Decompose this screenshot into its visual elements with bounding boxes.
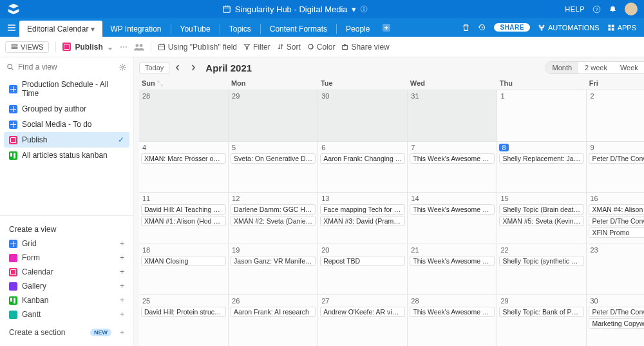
create-view-row[interactable]: Gallery+ <box>6 279 127 293</box>
calendar-event[interactable]: XMAN #4: Alison (Sand… <box>589 204 644 215</box>
calendar-cell[interactable]: 2 <box>587 90 644 141</box>
calendar-cell[interactable]: 27Andrew O'Keefe: AR vid… <box>318 295 408 346</box>
calendar-cell[interactable]: 29Shelly Topic: Bank of Ph… <box>497 295 587 346</box>
search-input[interactable] <box>18 62 115 72</box>
calendar-event[interactable]: Jason Ganz: VR Manife… <box>231 256 316 266</box>
sidebar-view-item[interactable]: Production Schedule - All Time <box>4 77 129 101</box>
apps-button[interactable]: APPS <box>607 24 636 32</box>
gear-icon[interactable] <box>118 63 127 72</box>
expand-icon[interactable] <box>157 81 163 86</box>
sort-button[interactable]: Sort <box>277 43 301 52</box>
plus-icon[interactable]: + <box>120 239 124 248</box>
create-view-row[interactable]: Gantt+ <box>6 307 127 322</box>
calendar-event[interactable]: Darlene Damm: GGC He… <box>231 204 316 215</box>
calendar-cell[interactable]: 8Shelly Replacement: Ja… <box>497 142 587 193</box>
calendar-event[interactable]: Peter D/The Conversati… <box>589 307 644 317</box>
calendar-cell[interactable]: 4XMAN: Marc Prosser on… <box>139 142 229 193</box>
calendar-event[interactable]: Shelly Topic (synthetic … <box>499 256 584 266</box>
sidebar-view-item[interactable]: Grouped by author <box>4 101 129 117</box>
range-option[interactable]: Week <box>614 62 644 73</box>
calendar-cell[interactable]: 16XMAN #4: Alison (Sand…Peter D/The Conv… <box>587 193 644 244</box>
calendar-cell[interactable]: 28 <box>139 90 229 141</box>
table-tab[interactable]: Editorial Calendar▾ <box>19 21 102 37</box>
help-icon[interactable]: ? <box>592 5 601 14</box>
share-view-button[interactable]: Share view <box>341 43 389 52</box>
calendar-cell[interactable]: 26Aaron Frank: AI research <box>229 295 318 346</box>
calendar-cell[interactable]: 13Face mapping Tech for …XMAN #3: David … <box>318 193 408 244</box>
calendar-cell[interactable]: 12Darlene Damm: GGC He…XMAN #2: Sveta (D… <box>229 193 318 244</box>
calendar-cell[interactable]: 19Jason Ganz: VR Manife… <box>229 244 318 295</box>
calendar-cell[interactable]: 18XMAN Closing <box>139 244 229 295</box>
calendar-cell[interactable]: 22Shelly Topic (synthetic … <box>497 244 587 295</box>
automations-button[interactable]: AUTOMATIONS <box>538 24 600 32</box>
calendar-cell[interactable]: 20Repost TBD <box>318 244 408 295</box>
add-table-button[interactable] <box>377 24 395 32</box>
users-icon[interactable] <box>134 43 144 51</box>
calendar-cell[interactable]: 29 <box>229 90 318 141</box>
calendar-event[interactable]: This Week's Awesome … <box>410 204 495 215</box>
sidebar-view-item[interactable]: Publish✓ <box>4 132 129 148</box>
create-view-row[interactable]: Kanban+ <box>6 293 127 307</box>
calendar-cell[interactable]: 15Shelly Topic (Brain deat…XMAN #5: Svet… <box>497 193 587 244</box>
share-button[interactable]: SHARE <box>494 23 530 32</box>
calendar-cell[interactable]: 11David Hill: AI Teaching …XMAN #1: Alis… <box>139 193 229 244</box>
plus-icon[interactable]: + <box>120 310 124 319</box>
create-section-label[interactable]: Create a section <box>9 328 65 337</box>
calendar-event[interactable]: XMAN #2: Sveta (Daniel… <box>231 216 316 226</box>
calendar-event[interactable]: XMAN #3: David (Pram… <box>320 216 405 226</box>
more-icon[interactable]: ⋯ <box>120 43 128 52</box>
plus-icon[interactable]: + <box>120 296 124 305</box>
calendar-event[interactable]: XMAN #1: Alison (Hod L… <box>141 216 226 226</box>
next-month-button[interactable] <box>190 64 200 71</box>
calendar-event[interactable]: Marketing Copywriter: … <box>589 318 644 329</box>
calendar-event[interactable]: XMAN #5: Sveta (Kevin … <box>499 216 584 226</box>
bell-icon[interactable] <box>609 5 617 14</box>
info-icon[interactable] <box>360 5 368 13</box>
create-view-row[interactable]: Grid+ <box>6 236 127 251</box>
calendar-event[interactable]: David Hill: AI Teaching … <box>141 204 226 215</box>
calendar-event[interactable]: Shelly Topic: Bank of Ph… <box>499 307 584 317</box>
menu-icon[interactable] <box>4 23 19 33</box>
range-option[interactable]: Month <box>545 62 578 73</box>
avatar[interactable] <box>625 3 638 15</box>
plus-icon[interactable]: + <box>120 253 124 262</box>
create-view-row[interactable]: Form+ <box>6 251 127 265</box>
calendar-event[interactable]: Peter D/The Conversati… <box>589 153 644 164</box>
filter-button[interactable]: Filter <box>243 43 270 52</box>
calendar-cell[interactable]: 6Aaron Frank: Changing … <box>318 142 408 193</box>
calendar-cell[interactable]: 21This Week's Awesome … <box>408 244 497 295</box>
current-view[interactable]: Publish ⌄ <box>62 43 113 52</box>
table-tab[interactable]: WP Integration <box>102 21 169 37</box>
calendar-event[interactable]: Andrew O'Keefe: AR vid… <box>320 307 405 317</box>
calendar-event[interactable]: Sveta: On Generative D… <box>231 153 316 164</box>
calendar-cell[interactable]: 30 <box>318 90 408 141</box>
base-dropdown-icon[interactable]: ▾ <box>352 5 356 14</box>
plus-icon[interactable]: + <box>120 282 124 291</box>
views-button[interactable]: VIEWS <box>5 41 49 53</box>
table-tab[interactable]: Content Formats <box>262 21 335 37</box>
color-button[interactable]: Color <box>307 43 336 52</box>
calendar-cell[interactable]: 1 <box>497 90 587 141</box>
sidebar-view-item[interactable]: Social Media - To do <box>4 117 129 132</box>
calendar-event[interactable]: Repost TBD <box>320 256 405 266</box>
calendar-event[interactable]: Face mapping Tech for … <box>320 204 405 215</box>
calendar-cell[interactable]: 5Sveta: On Generative D… <box>229 142 318 193</box>
calendar-event[interactable]: This Week's Awesome … <box>410 256 495 266</box>
calendar-cell[interactable]: 14This Week's Awesome … <box>408 193 497 244</box>
calendar-event[interactable]: XMAN: Marc Prosser on… <box>141 153 226 164</box>
calendar-cell[interactable]: 30Peter D/The Conversati…Marketing Copyw… <box>587 295 644 346</box>
prev-month-button[interactable] <box>175 64 185 71</box>
table-tab[interactable]: YouTube <box>173 21 218 37</box>
calendar-event[interactable]: David Hill: Protein struc… <box>141 307 226 317</box>
using-field-button[interactable]: Using "Publish" field <box>158 43 237 52</box>
create-view-row[interactable]: Calendar+ <box>6 265 127 279</box>
plus-icon[interactable]: + <box>120 267 124 276</box>
calendar-cell[interactable]: 31 <box>408 90 497 141</box>
calendar-cell[interactable]: 23 <box>587 244 644 295</box>
help-link[interactable]: HELP <box>565 5 585 13</box>
calendar-event[interactable]: Shelly Replacement: Ja… <box>499 153 584 164</box>
trash-icon[interactable] <box>462 23 470 32</box>
base-title[interactable]: Singularity Hub - Digital Media <box>235 5 348 14</box>
table-tab[interactable]: People <box>338 21 377 37</box>
calendar-event[interactable]: This Week's Awesome … <box>410 307 495 317</box>
